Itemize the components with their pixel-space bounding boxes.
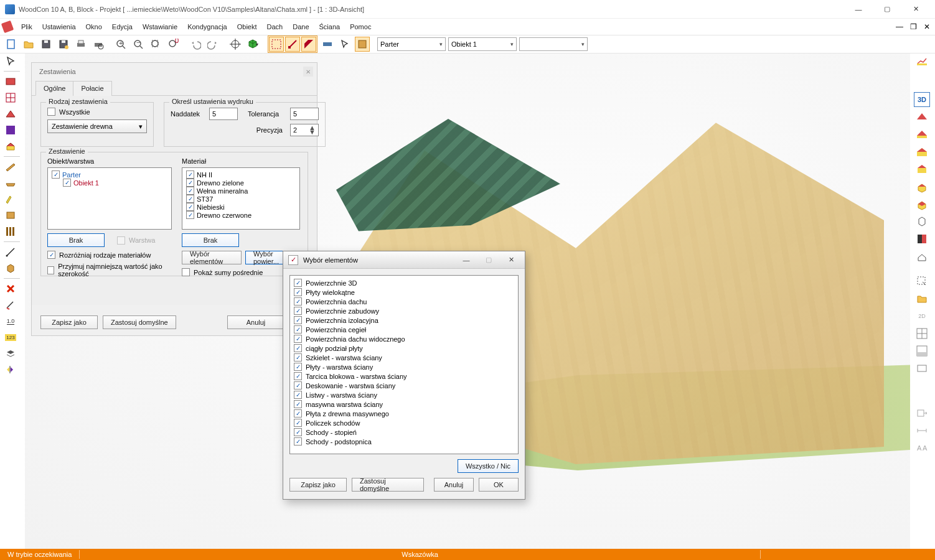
mat-chk-5[interactable] <box>186 211 194 219</box>
zestawienie-type-combo[interactable]: Zestawienie drewna ▾ <box>47 119 147 133</box>
el-chk-9[interactable] <box>294 363 302 371</box>
menu-sciana[interactable]: Ściana <box>314 21 345 33</box>
save-as-icon[interactable] <box>56 37 71 52</box>
zoom-out-icon[interactable]: − <box>131 37 146 52</box>
grid-large-icon[interactable] <box>914 326 930 341</box>
el-chk-13[interactable] <box>294 400 302 408</box>
obiekt-tree[interactable]: Parter Obiekt 1 <box>47 167 172 230</box>
rect-outline-icon[interactable] <box>914 361 930 376</box>
rozroz-checkbox[interactable] <box>47 251 55 259</box>
wireframe-cube-icon[interactable] <box>914 214 930 229</box>
el-chk-1[interactable] <box>294 288 302 296</box>
mat-chk-4[interactable] <box>186 203 194 211</box>
el-chk-5[interactable] <box>294 325 302 334</box>
tolerancja-input[interactable]: 5 <box>290 108 319 120</box>
element-checklist[interactable]: Powierzchnie 3D Płyty wielokątne Powierz… <box>289 275 519 454</box>
zoom-fit-icon[interactable] <box>148 37 163 52</box>
mat-chk-1[interactable] <box>186 179 194 187</box>
el-chk-3[interactable] <box>294 307 302 315</box>
el-chk-11[interactable] <box>294 381 302 390</box>
label-123-icon[interactable]: 123 <box>2 330 19 345</box>
dlg-anuluj-button[interactable]: Anuluj <box>434 478 474 492</box>
el-chk-0[interactable] <box>294 279 302 287</box>
menu-pomoc[interactable]: Pomoc <box>345 21 376 33</box>
mirror-icon[interactable] <box>2 362 19 377</box>
anuluj-button[interactable]: Anuluj <box>227 315 284 329</box>
beam2-icon[interactable] <box>2 175 19 190</box>
el-chk-2[interactable] <box>294 297 302 306</box>
measure-10-icon[interactable]: 1.0 <box>2 314 19 329</box>
chart-house-icon[interactable] <box>914 54 930 68</box>
delete-x-icon[interactable] <box>2 281 19 296</box>
empty-combo[interactable]: ▾ <box>519 37 588 51</box>
spinner-down-icon[interactable]: ▼ <box>309 130 316 134</box>
tab-ogolne[interactable]: Ogólne <box>35 81 73 96</box>
wszystko-nic-button[interactable]: Wszystko / Nic <box>458 459 519 473</box>
mat-chk-0[interactable] <box>186 170 194 179</box>
box-select-icon[interactable] <box>355 37 370 52</box>
floor-combo[interactable]: Parter▾ <box>377 37 446 51</box>
roof-red2-icon[interactable] <box>914 127 930 142</box>
el-chk-14[interactable] <box>294 409 302 418</box>
panel-close-button[interactable]: ✕ <box>303 67 313 77</box>
zapisz-jako-button[interactable]: Zapisz jako <box>40 315 98 329</box>
view-2d-icon[interactable]: 2D <box>914 309 930 324</box>
menu-edycja[interactable]: Edycja <box>107 21 138 33</box>
el-chk-16[interactable] <box>294 428 302 436</box>
layers-icon[interactable] <box>2 346 19 361</box>
roof-red1-icon[interactable] <box>914 110 930 124</box>
snap-face-icon[interactable] <box>301 37 316 52</box>
mdi-close-button[interactable]: ✕ <box>921 21 933 32</box>
pokaz-sumy-checkbox[interactable] <box>182 268 190 276</box>
beam1-icon[interactable] <box>2 159 19 174</box>
brak-obiekt-button[interactable]: Brak <box>47 233 105 247</box>
house-small-icon[interactable] <box>914 249 930 264</box>
stripes-icon[interactable] <box>2 224 19 239</box>
new-file-icon[interactable] <box>4 37 19 52</box>
wszystkie-checkbox[interactable] <box>47 108 55 116</box>
menu-dane[interactable]: Dane <box>288 21 314 33</box>
menu-kondygnacja[interactable]: Kondygnacja <box>182 21 232 33</box>
undo-icon[interactable] <box>188 37 203 52</box>
el-chk-6[interactable] <box>294 335 302 343</box>
cut-saw-icon[interactable] <box>2 297 19 312</box>
zastosuj-domyslne-button[interactable]: Zastosuj domyślne <box>103 315 176 329</box>
hatch-purple-icon[interactable] <box>2 123 19 138</box>
board-icon[interactable] <box>2 208 19 223</box>
cursor-arrow-icon[interactable] <box>337 37 352 52</box>
open-folder2-icon[interactable] <box>914 291 930 306</box>
print-icon[interactable] <box>73 37 88 52</box>
view-3d-button[interactable]: 3D <box>914 92 930 107</box>
house-3d1-icon[interactable] <box>914 179 930 194</box>
dlg-zapisz-jako-button[interactable]: Zapisz jako <box>289 478 347 492</box>
mat-chk-3[interactable] <box>186 195 194 203</box>
dlg-domyslne-button[interactable]: Zastosuj domyślne <box>352 478 424 492</box>
mat-chk-2[interactable] <box>186 187 194 195</box>
tree-parter-checkbox[interactable] <box>52 170 60 179</box>
redo-icon[interactable] <box>205 37 220 52</box>
section-red-icon[interactable] <box>914 231 930 246</box>
el-chk-8[interactable] <box>294 353 302 362</box>
menu-dach[interactable]: Dach <box>262 21 288 33</box>
menu-okno[interactable]: Okno <box>81 21 107 33</box>
tab-polacie[interactable]: Połacie <box>73 81 111 96</box>
precyzja-input[interactable]: 2 ▲▼ <box>290 124 319 136</box>
el-chk-7[interactable] <box>294 344 302 352</box>
el-chk-15[interactable] <box>294 419 302 427</box>
wybor-elementow-button[interactable]: Wybór elementów <box>182 251 242 264</box>
dialog-close-button[interactable]: ✕ <box>502 254 520 266</box>
el-chk-12[interactable] <box>294 391 302 399</box>
naddatek-input[interactable]: 5 <box>209 108 238 120</box>
house-front-icon[interactable] <box>914 144 930 159</box>
hatch-icon[interactable] <box>320 37 335 52</box>
dlg-ok-button[interactable]: OK <box>479 478 519 492</box>
window-close-button[interactable]: ✕ <box>901 0 930 19</box>
mdi-restore-button[interactable]: ❐ <box>908 21 919 32</box>
line-edit-icon[interactable] <box>2 245 19 259</box>
el-chk-10[interactable] <box>294 372 302 380</box>
print-preview-icon[interactable] <box>91 37 106 52</box>
dimension-icon[interactable] <box>914 423 930 438</box>
snap-grid-icon[interactable] <box>269 37 284 52</box>
zoom-zero-icon[interactable]: 0,0 <box>166 37 181 52</box>
menu-wstawianie[interactable]: Wstawianie <box>138 21 182 33</box>
